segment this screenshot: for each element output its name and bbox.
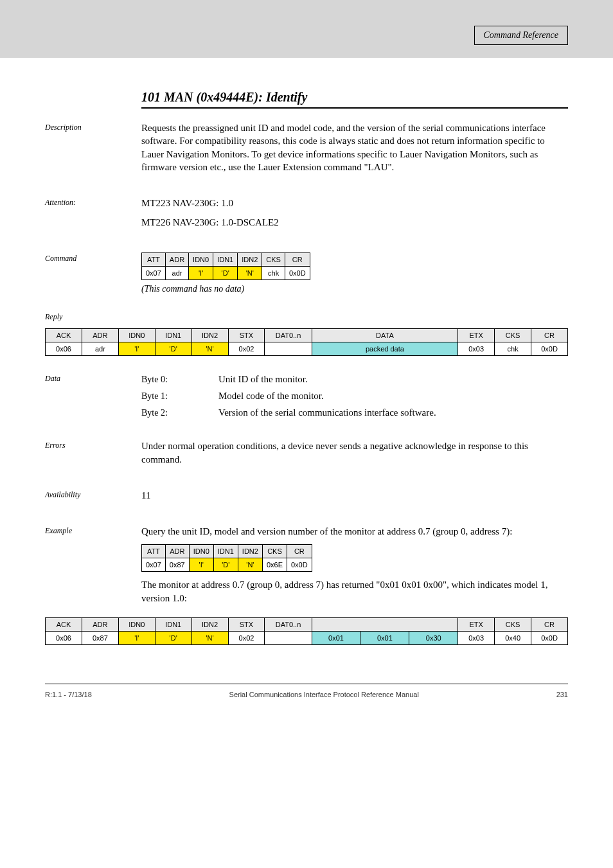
description-label: Description	[45, 121, 141, 132]
th: ATT	[142, 252, 166, 266]
example-reply-table: ACK ADR IDN0 IDN1 IDN2 STX DAT0..n ETX C…	[45, 617, 568, 645]
title-rule	[141, 107, 568, 109]
td: 0x02	[228, 342, 265, 355]
header-band: Command Reference	[0, 0, 613, 58]
availability-label: Availability	[45, 489, 141, 500]
td: 0x0D	[531, 342, 568, 355]
td: adr	[165, 266, 188, 279]
table-row: 0x06 adr 'I' 'D' 'N' 0x02 packed data 0x…	[46, 342, 568, 355]
th: DAT0..n	[265, 617, 312, 631]
td: 0x03	[458, 631, 495, 644]
td: 'D'	[155, 631, 191, 644]
td: 'N'	[191, 631, 228, 644]
command-label: Command	[45, 252, 141, 263]
table-row: 0x07 adr 'I' 'D' 'N' chk 0x0D	[142, 266, 310, 279]
data-row: Data Byte 0: Unit ID of the monitor. Byt…	[45, 373, 568, 423]
table-header-row: ATT ADR IDN0 IDN1 IDN2 CKS CR	[142, 252, 310, 266]
th: CR	[531, 328, 568, 342]
th: IDN2	[238, 252, 262, 266]
td: 0x0D	[531, 631, 568, 644]
command-content: ATT ADR IDN0 IDN1 IDN2 CKS CR 0x07 adr '…	[141, 252, 568, 294]
th: ADR	[82, 617, 118, 631]
page: Command Reference 101 MAN (0x49444E): Id…	[0, 0, 613, 698]
th: ACK	[46, 328, 82, 342]
reply-row: Reply	[45, 311, 568, 322]
th: STX	[228, 328, 265, 342]
td: 'D'	[213, 558, 238, 572]
command-row: Command ATT ADR IDN0 IDN1 IDN2 CKS CR 0x…	[45, 252, 568, 294]
table-row: 0x06 0x87 'I' 'D' 'N' 0x02 0x01 0x01 0x3…	[46, 631, 568, 644]
th: DAT0..n	[265, 328, 312, 342]
attention-row: Attention: MT223 NAV-230G: 1.0 MT226 NAV…	[45, 197, 568, 236]
th: IDN0	[189, 545, 213, 558]
td: 0x30	[409, 631, 458, 644]
td: 0x06	[46, 342, 82, 355]
th: IDN0	[118, 328, 155, 342]
th: CKS	[495, 617, 531, 631]
td: 'N'	[191, 342, 228, 355]
errors-text: Under normal operation conditions, a dev…	[141, 439, 568, 466]
table-header-row: ACK ADR IDN0 IDN1 IDN2 STX DAT0..n ETX C…	[46, 617, 568, 631]
td: packed data	[312, 342, 458, 355]
command-title: 101 MAN (0x49444E): Identify	[141, 90, 568, 105]
field-label: Byte 0:	[141, 375, 218, 385]
th: CKS	[262, 252, 285, 266]
example-cmd-table: ATT ADR IDN0 IDN1 IDN2 CKS CR 0x07 0x87 …	[141, 544, 312, 572]
reply-table: ACK ADR IDN0 IDN1 IDN2 STX DAT0..n DATA …	[45, 328, 568, 356]
td: chk	[262, 266, 285, 279]
description-text: Requests the preassigned unit ID and mod…	[141, 121, 568, 173]
footer-left: R:1.1 - 7/13/18	[45, 691, 92, 698]
th: STX	[228, 617, 265, 631]
td: 0x06	[46, 631, 82, 644]
td: 0x07	[142, 266, 166, 279]
td: 0x6E	[262, 558, 287, 572]
example-label: Example	[45, 525, 141, 536]
field-value: Model code of the monitor.	[218, 389, 568, 402]
th: ADR	[165, 252, 188, 266]
header-section-box: Command Reference	[474, 26, 569, 45]
th: CR	[285, 252, 310, 266]
th: ACK	[46, 617, 82, 631]
td: 0x07	[142, 558, 166, 572]
attention-line-2: MT226 NAV-230G: 1.0-DSCALE2	[141, 216, 568, 229]
td: 'D'	[213, 266, 238, 279]
description-row: Description Requests the preassigned uni…	[45, 121, 568, 180]
th	[312, 617, 458, 631]
th: IDN2	[191, 328, 228, 342]
header-section-label: Command Reference	[484, 30, 559, 40]
body2: Data Byte 0: Unit ID of the monitor. Byt…	[45, 373, 568, 611]
field-value: Unit ID of the monitor.	[218, 373, 568, 385]
data-content: Byte 0: Unit ID of the monitor. Byte 1: …	[141, 373, 568, 423]
footer-right: 231	[556, 691, 568, 698]
data-field: Byte 2: Version of the serial communicat…	[141, 406, 568, 419]
th: CKS	[495, 328, 531, 342]
example-row: Example Query the unit ID, model and ver…	[45, 525, 568, 611]
th: IDN1	[213, 252, 238, 266]
attention-content: MT223 NAV-230G: 1.0 MT226 NAV-230G: 1.0-…	[141, 197, 568, 236]
th: CR	[287, 545, 312, 558]
td: 0x0D	[285, 266, 310, 279]
data-label: Data	[45, 373, 141, 384]
field-label: Byte 1:	[141, 391, 218, 402]
command-table: ATT ADR IDN0 IDN1 IDN2 CKS CR 0x07 adr '…	[141, 252, 310, 280]
th: IDN1	[155, 617, 191, 631]
footer-center: Serial Communications Interface Protocol…	[229, 691, 419, 698]
th: DATA	[312, 328, 458, 342]
example-reply-intro: The monitor at address 0.7 (group 0, add…	[141, 578, 568, 605]
th: ADR	[165, 545, 189, 558]
th: ETX	[458, 617, 495, 631]
table-header-row: ATT ADR IDN0 IDN1 IDN2 CKS CR	[142, 545, 312, 558]
reply-table-wrap: ACK ADR IDN0 IDN1 IDN2 STX DAT0..n DATA …	[45, 328, 568, 356]
th: IDN2	[238, 545, 262, 558]
th: ADR	[82, 328, 118, 342]
availability-text: 11	[141, 489, 568, 502]
footer-rule	[45, 684, 568, 684]
td: 'N'	[238, 266, 262, 279]
th: IDN1	[213, 545, 238, 558]
td: 0x87	[165, 558, 189, 572]
th: IDN1	[155, 328, 191, 342]
th: CR	[531, 617, 568, 631]
example-reply-table-wrap: ACK ADR IDN0 IDN1 IDN2 STX DAT0..n ETX C…	[45, 617, 568, 645]
data-field: Byte 0: Unit ID of the monitor.	[141, 373, 568, 385]
td: 'N'	[238, 558, 262, 572]
